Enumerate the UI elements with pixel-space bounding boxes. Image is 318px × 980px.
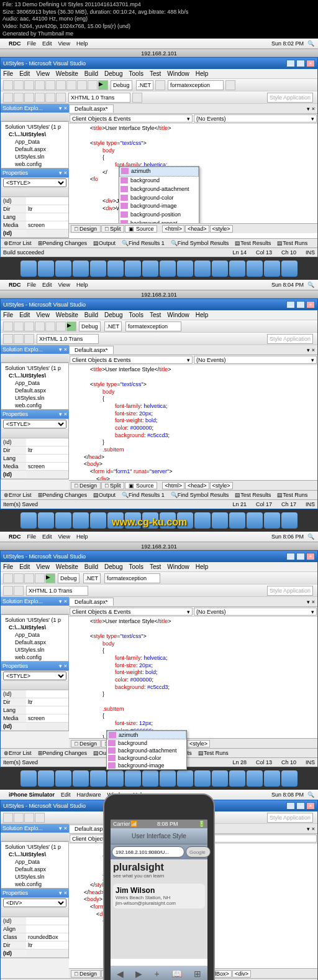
- vs-menu-edit[interactable]: Edit: [19, 70, 30, 77]
- find-tab[interactable]: 🔍Find Results 1: [120, 240, 166, 246]
- element-select[interactable]: <STYLE>: [3, 178, 66, 187]
- vs-menu-debug[interactable]: Debug: [104, 70, 122, 77]
- dock-icon[interactable]: [160, 261, 176, 277]
- tb-icon[interactable]: [56, 93, 66, 103]
- bookmarks-icon[interactable]: 📖: [171, 969, 182, 979]
- page-content[interactable]: pluralsight see what you can learn Jim W…: [111, 859, 207, 959]
- dock-icon[interactable]: [281, 261, 298, 277]
- solution-node[interactable]: Solution 'UIStyles' (1 p: [2, 123, 67, 131]
- intellisense-item[interactable]: azimuth: [119, 167, 199, 177]
- tree-item[interactable]: App_Data: [2, 138, 67, 146]
- vs-menu-build[interactable]: Build: [84, 70, 98, 77]
- properties-header[interactable]: Properties▾ ×: [1, 169, 69, 177]
- dock-icon[interactable]: [177, 261, 193, 277]
- url-input[interactable]: [112, 846, 184, 858]
- tb-icon[interactable]: [35, 93, 45, 103]
- tabs-icon[interactable]: ⊞: [194, 969, 201, 979]
- tb-icon[interactable]: [132, 93, 142, 103]
- new-icon[interactable]: [3, 80, 13, 90]
- dock-icon[interactable]: [212, 261, 228, 277]
- vs-menu-tools[interactable]: Tools: [129, 70, 143, 77]
- dock-icon[interactable]: [264, 261, 280, 277]
- mac-dock[interactable]: [0, 257, 318, 280]
- vs-menu-view[interactable]: View: [36, 70, 50, 77]
- dock-icon[interactable]: [38, 261, 54, 277]
- tab-close-icon[interactable]: ▾ ×: [304, 106, 317, 112]
- solution-tree[interactable]: Solution 'UIStyles' (1 p C:\...\UIStyles…: [1, 121, 69, 169]
- intellisense-popup[interactable]: azimuth background background-attachment…: [106, 730, 187, 770]
- copy-icon[interactable]: [56, 80, 66, 90]
- pin-icon[interactable]: ▾ ×: [59, 105, 67, 111]
- tb-icon[interactable]: [45, 93, 55, 103]
- style-application[interactable]: Style Application: [267, 93, 313, 103]
- intellisense-item[interactable]: background-image: [119, 202, 199, 211]
- error-list-tab[interactable]: ⊗Error List: [2, 240, 33, 246]
- paste-icon[interactable]: [66, 80, 76, 90]
- vs-menu-help[interactable]: Help: [196, 70, 209, 77]
- tree-item[interactable]: web.config: [2, 160, 67, 168]
- menu-help[interactable]: Help: [76, 40, 88, 47]
- solution-explorer-header[interactable]: Solution Explo...▾ ×: [1, 104, 69, 113]
- undo-icon[interactable]: [77, 80, 87, 90]
- intellisense-item[interactable]: background-attachment: [119, 185, 199, 194]
- dock-icon[interactable]: [247, 261, 263, 277]
- intellisense-item[interactable]: background: [119, 177, 199, 185]
- dock-icon[interactable]: [194, 261, 211, 277]
- cut-icon[interactable]: [45, 80, 55, 90]
- vs-titlebar[interactable]: UIStyles - Microsoft Visual Studio _ □ ×: [1, 58, 317, 69]
- menu-file[interactable]: File: [27, 40, 37, 47]
- vs-menu-website[interactable]: Website: [56, 70, 78, 77]
- maximize-button[interactable]: □: [296, 60, 305, 67]
- save-all-icon[interactable]: [35, 80, 45, 90]
- split-tab[interactable]: □ Split: [101, 225, 124, 233]
- pending-tab[interactable]: ⊞Pending Changes: [37, 240, 89, 246]
- app-name[interactable]: RDC: [9, 40, 21, 47]
- dock-icon[interactable]: [125, 261, 141, 277]
- design-tab[interactable]: □ Design: [71, 225, 101, 233]
- app-name[interactable]: RDC: [9, 282, 21, 288]
- symbol-tab[interactable]: 🔍Find Symbol Results: [170, 240, 230, 246]
- tb-icon[interactable]: [24, 93, 34, 103]
- properties-grid[interactable]: <STYLE> (Id) Dirltr Lang Mediascreen (Id…: [1, 177, 69, 238]
- tb-icon[interactable]: [3, 93, 13, 103]
- project-node[interactable]: C:\...\UIStyles\: [2, 131, 67, 138]
- back-icon[interactable]: ◀: [117, 969, 124, 979]
- save-icon[interactable]: [24, 80, 34, 90]
- intellisense-item[interactable]: background-color: [119, 194, 199, 203]
- iphone-simulator[interactable]: Carrier 📶 8:08 PM 🔋 User Interface Style…: [103, 793, 215, 980]
- source-tab[interactable]: ▣ Source: [125, 225, 157, 233]
- code-editor[interactable]: <title>User Interface Style</title> <sty…: [69, 617, 317, 738]
- platform-dropdown[interactable]: .NET: [136, 80, 154, 90]
- test-runs-tab[interactable]: ▤Test Runs: [276, 240, 309, 246]
- extra-icon[interactable]: [225, 80, 235, 90]
- test-results-tab[interactable]: ▤Test Results: [234, 240, 272, 246]
- breadcrumb[interactable]: <head>: [185, 225, 209, 233]
- redo-icon[interactable]: [88, 80, 98, 90]
- code-editor[interactable]: <title>User Interface Style</title> <sty…: [69, 124, 317, 223]
- output-tab[interactable]: ▤Output: [92, 240, 117, 246]
- search-box[interactable]: formatexception: [168, 80, 224, 90]
- dock-icon[interactable]: [55, 261, 71, 277]
- share-icon[interactable]: +: [154, 969, 159, 979]
- dock-icon[interactable]: [20, 261, 37, 277]
- breadcrumb[interactable]: <html>: [162, 225, 184, 233]
- vs-menu-window[interactable]: Window: [167, 70, 189, 77]
- close-button[interactable]: ×: [306, 60, 315, 67]
- mac-dock[interactable]: [0, 509, 318, 532]
- open-icon[interactable]: [14, 80, 24, 90]
- dock-icon[interactable]: [73, 261, 89, 277]
- minimize-button[interactable]: _: [286, 60, 295, 67]
- intellisense-item[interactable]: background-repeat: [119, 220, 199, 224]
- pin-icon[interactable]: ▾ ×: [59, 170, 67, 176]
- menu-view[interactable]: View: [58, 40, 70, 47]
- intellisense-popup[interactable]: azimuth background background-attachment…: [119, 166, 199, 223]
- mac-dock[interactable]: [0, 767, 318, 790]
- dock-icon[interactable]: [107, 261, 124, 277]
- vs-menu-file[interactable]: File: [3, 70, 13, 77]
- tb-icon[interactable]: [14, 93, 24, 103]
- find-icon[interactable]: [155, 80, 165, 90]
- events-dropdown[interactable]: (No Events)▾: [194, 114, 317, 122]
- google-search-input[interactable]: [186, 846, 211, 858]
- tree-item[interactable]: UIStyles.sln: [2, 153, 67, 160]
- objects-dropdown[interactable]: Client Objects & Events▾: [70, 114, 193, 122]
